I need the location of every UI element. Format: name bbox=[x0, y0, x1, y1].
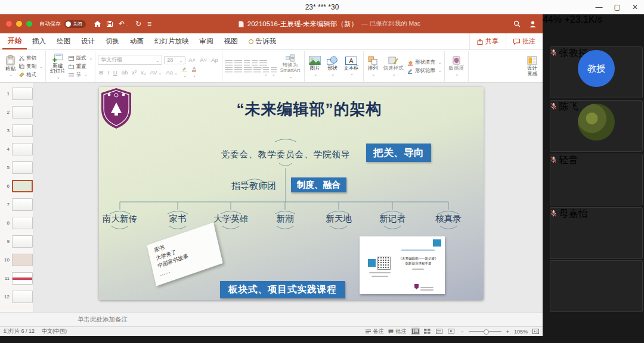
ribbon-tab[interactable]: 绘图 bbox=[51, 33, 76, 49]
design-ideas-button[interactable]: 设计灵感 bbox=[525, 56, 539, 77]
slide-thumbnail-image[interactable] bbox=[12, 272, 33, 285]
change-case-button[interactable]: Aa bbox=[165, 69, 179, 76]
participant-tile[interactable]: 轻音 bbox=[550, 154, 643, 205]
slide-thumbnail-image[interactable] bbox=[12, 106, 33, 119]
highlight-color-button[interactable] bbox=[181, 66, 188, 78]
comments-toggle-button[interactable]: 批注 bbox=[388, 328, 406, 335]
notes-pane[interactable]: 单击此处添加备注 bbox=[0, 312, 543, 326]
ribbon-tab[interactable]: 切换 bbox=[100, 33, 125, 49]
slide-thumbnail-image[interactable] bbox=[12, 254, 33, 266]
layout-button[interactable]: 版式 bbox=[69, 55, 92, 62]
save-icon[interactable] bbox=[107, 21, 113, 27]
slide-thumbnail[interactable]: 10 bbox=[0, 251, 33, 269]
slide-thumbnail[interactable]: 3 bbox=[0, 121, 33, 140]
slide-thumbnail[interactable]: 7 bbox=[0, 195, 33, 214]
reset-button[interactable]: 重置 bbox=[69, 63, 92, 70]
picture-button[interactable]: 图片 bbox=[307, 56, 323, 76]
reading-view-button[interactable] bbox=[435, 328, 444, 335]
undo-icon[interactable]: ↶ bbox=[119, 20, 129, 28]
zoom-level[interactable]: 105% bbox=[514, 329, 528, 335]
slideshow-view-button[interactable] bbox=[447, 328, 456, 335]
sensitivity-button[interactable]: 敏感度 bbox=[447, 56, 466, 76]
clear-formatting-button[interactable]: Ap bbox=[210, 57, 219, 63]
font-name-select[interactable]: 华文行楷 bbox=[98, 55, 162, 65]
italic-button[interactable]: I bbox=[106, 69, 110, 76]
slide-thumbnail-image[interactable] bbox=[12, 143, 33, 155]
slide-thumbnail[interactable]: 8 bbox=[0, 214, 33, 232]
slide-thumbnail-image[interactable] bbox=[12, 124, 33, 137]
zoom-slider[interactable] bbox=[469, 331, 501, 332]
slide-thumbnail[interactable]: 5 bbox=[0, 158, 33, 177]
format-painter-button[interactable]: 格式 bbox=[19, 71, 43, 79]
share-button[interactable]: 共享 bbox=[469, 33, 506, 49]
slide-sorter-view-button[interactable] bbox=[423, 328, 432, 335]
align-right-button[interactable] bbox=[244, 67, 252, 73]
slide-thumbnail[interactable]: 4 bbox=[0, 140, 33, 158]
slide-thumbnail[interactable]: 2 bbox=[0, 103, 33, 121]
textbox-button[interactable]: A 文本框 bbox=[342, 57, 361, 76]
shapes-button[interactable]: 形状 bbox=[324, 56, 340, 76]
bullets-button[interactable] bbox=[225, 60, 233, 66]
ribbon-tab[interactable]: 开始 bbox=[2, 33, 27, 49]
slide-thumbnail[interactable]: 12 bbox=[0, 288, 33, 306]
align-center-button[interactable] bbox=[234, 67, 242, 73]
arrange-button[interactable]: 排列 bbox=[366, 56, 380, 76]
cut-button[interactable]: 剪切 bbox=[19, 55, 43, 62]
decrease-indent-button[interactable] bbox=[244, 60, 250, 66]
account-avatar-icon[interactable] bbox=[529, 20, 537, 28]
justify-button[interactable] bbox=[253, 67, 261, 73]
new-slide-button[interactable]: 新建幻灯片 bbox=[48, 54, 67, 79]
qat-customize-icon[interactable]: ≡ bbox=[147, 20, 151, 28]
notes-toggle-button[interactable]: 备注 bbox=[366, 328, 383, 335]
increase-indent-button[interactable] bbox=[252, 60, 258, 66]
align-left-button[interactable] bbox=[225, 67, 233, 73]
slide[interactable]: “未来编辑部”的架构 党委会、教学委员会、学院领导 把关、导向 指导教师团 制度… bbox=[99, 87, 484, 300]
quick-styles-button[interactable]: 快速样式 bbox=[382, 56, 405, 76]
superscript-button[interactable]: x² bbox=[131, 69, 138, 76]
language-indicator[interactable]: 中文(中国) bbox=[42, 328, 67, 335]
font-size-select[interactable]: 28 bbox=[164, 56, 185, 64]
close-button[interactable]: ✕ bbox=[632, 3, 638, 11]
fit-to-window-icon[interactable] bbox=[532, 329, 539, 334]
ribbon-tab[interactable]: 设计 bbox=[76, 33, 100, 49]
participant-tile[interactable]: 陈飞 bbox=[550, 100, 643, 152]
ribbon-tab[interactable]: 插入 bbox=[27, 33, 51, 49]
grow-font-button[interactable]: A˄ bbox=[187, 57, 197, 63]
shrink-font-button[interactable]: A˅ bbox=[199, 57, 208, 63]
ribbon-tab[interactable]: 审阅 bbox=[194, 33, 219, 49]
participant-tile[interactable]: 母嘉怡 bbox=[550, 207, 643, 259]
strikethrough-button[interactable]: ab bbox=[120, 69, 129, 76]
slide-thumbnail-image[interactable] bbox=[12, 161, 33, 174]
text-direction-button[interactable] bbox=[271, 67, 277, 73]
zoom-out-button[interactable]: − bbox=[460, 329, 463, 335]
character-spacing-button[interactable]: AV bbox=[149, 69, 163, 76]
slide-thumbnail-image[interactable] bbox=[12, 291, 33, 303]
columns-button[interactable] bbox=[263, 67, 269, 73]
mac-traffic-lights[interactable] bbox=[6, 21, 32, 27]
ribbon-tab[interactable]: 动画 bbox=[125, 33, 149, 49]
home-icon[interactable] bbox=[94, 21, 101, 27]
copy-button[interactable]: 复制 bbox=[19, 63, 43, 70]
section-button[interactable]: 节 bbox=[69, 71, 92, 79]
slide-thumbnail-image[interactable] bbox=[12, 198, 33, 211]
slide-thumbnail-image[interactable] bbox=[12, 235, 33, 248]
slide-thumbnail[interactable]: 9 bbox=[0, 232, 33, 251]
autosave-toggle[interactable]: 关闭 bbox=[64, 20, 86, 28]
numbering-button[interactable] bbox=[234, 60, 242, 66]
shape-fill-button[interactable]: 形状填充 bbox=[407, 59, 442, 66]
ribbon-tab[interactable]: 视图 bbox=[219, 33, 243, 49]
ribbon-tab[interactable]: 幻灯片放映 bbox=[149, 33, 194, 49]
slide-thumbnail-image[interactable] bbox=[12, 180, 33, 192]
zoom-in-button[interactable]: + bbox=[506, 329, 509, 335]
slide-thumbnail-image[interactable] bbox=[12, 217, 33, 229]
maximize-button[interactable]: ▢ bbox=[614, 3, 621, 11]
line-spacing-button[interactable] bbox=[259, 60, 267, 66]
redo-icon[interactable]: ↻ bbox=[135, 20, 141, 28]
subscript-button[interactable]: x₂ bbox=[140, 69, 147, 76]
bold-button[interactable]: B bbox=[98, 69, 104, 76]
slide-thumbnail[interactable]: 11 bbox=[0, 269, 33, 288]
comments-button[interactable]: 批注 bbox=[506, 33, 543, 49]
slide-thumbnail-panel[interactable]: 1 2 3 4 bbox=[0, 83, 33, 312]
convert-smartart-button[interactable]: 转换为SmartArt bbox=[278, 54, 302, 79]
paste-button[interactable]: 粘贴 bbox=[4, 55, 17, 77]
